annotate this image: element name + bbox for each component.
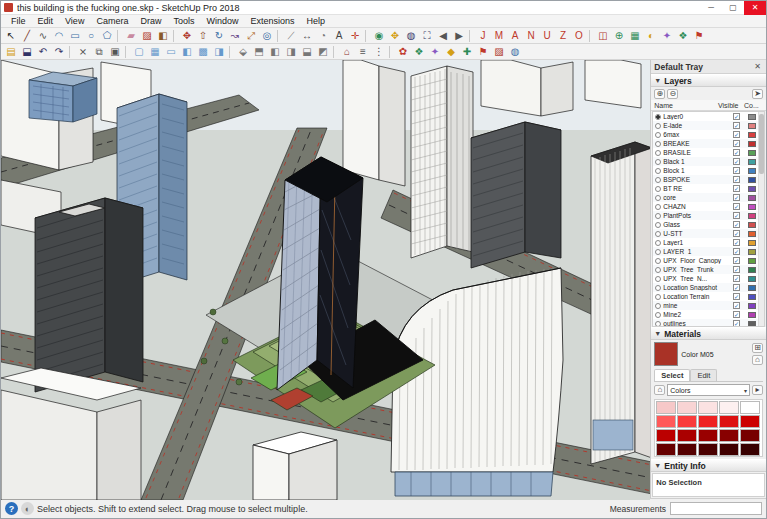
layer-row[interactable]: E-lade✓: [653, 121, 764, 130]
offset-tool-icon[interactable]: ◎: [260, 29, 275, 43]
layer-color-swatch[interactable]: [748, 159, 756, 165]
section-plane-icon[interactable]: ◫: [596, 29, 611, 43]
layer-visible-checkbox[interactable]: ✓: [733, 203, 740, 210]
layer-row[interactable]: Mine2✓: [653, 310, 764, 319]
building-ribbed-tower-right[interactable]: [591, 142, 650, 464]
layer-active-radio[interactable]: [655, 177, 661, 183]
layer-row[interactable]: UPX_Tree_Trunk✓: [653, 265, 764, 274]
maximize-button[interactable]: ▢: [722, 1, 744, 15]
layer-visible-checkbox[interactable]: ✓: [733, 266, 740, 273]
building-wireframe-tower[interactable]: [411, 66, 473, 258]
layer-active-radio[interactable]: [655, 168, 661, 174]
menu-help[interactable]: Help: [300, 16, 331, 26]
layer-active-radio[interactable]: [655, 249, 661, 255]
layer-row[interactable]: BRASILE✓: [653, 148, 764, 157]
layer-name[interactable]: BRASILE: [663, 149, 733, 156]
layer-name[interactable]: E-lade: [663, 122, 733, 129]
paste-icon[interactable]: ▣: [108, 45, 123, 59]
building-dark-tower-left[interactable]: [35, 198, 143, 392]
column-visible[interactable]: Visible: [718, 102, 744, 109]
layer-active-radio[interactable]: [655, 141, 661, 147]
material-swatch[interactable]: [740, 415, 760, 428]
layer-row[interactable]: Location Terrain✓: [653, 292, 764, 301]
extension-i-icon[interactable]: ⚑: [476, 45, 491, 59]
layer-active-radio[interactable]: [655, 231, 661, 237]
material-swatch[interactable]: [677, 401, 697, 414]
layer-active-radio[interactable]: [655, 213, 661, 219]
extension-h-icon[interactable]: ✚: [460, 45, 475, 59]
layer-row[interactable]: PlantPots✓: [653, 211, 764, 220]
layer-active-radio[interactable]: [655, 204, 661, 210]
material-swatch[interactable]: [719, 429, 739, 442]
pan-tool-icon[interactable]: ✥: [388, 29, 403, 43]
layer-active-radio[interactable]: [655, 150, 661, 156]
layer-color-swatch[interactable]: [748, 303, 756, 309]
add-location-icon[interactable]: ⊕: [612, 29, 627, 43]
layer-visible-checkbox[interactable]: ✓: [733, 311, 740, 318]
letter-N-plugin-icon[interactable]: N: [524, 29, 539, 43]
layer-row[interactable]: outlines✓: [653, 319, 764, 327]
add-layer-button[interactable]: ⊕: [654, 89, 665, 99]
menu-extensions[interactable]: Extensions: [244, 16, 300, 26]
help-question-icon[interactable]: ?: [5, 502, 18, 515]
redo-icon[interactable]: ↷: [52, 45, 67, 59]
layer-visible-checkbox[interactable]: ✓: [733, 248, 740, 255]
material-swatch[interactable]: [656, 401, 676, 414]
layer-name[interactable]: UPX_Floor_Canopy: [663, 257, 733, 264]
move-tool-icon[interactable]: ✥: [180, 29, 195, 43]
layer-name[interactable]: mine: [663, 302, 733, 309]
measurements-input[interactable]: [670, 502, 762, 515]
front-view-icon[interactable]: ◧: [268, 45, 283, 59]
layer-color-swatch[interactable]: [748, 231, 756, 237]
materials-section-header[interactable]: ▼ Materials: [651, 327, 766, 340]
minimize-button[interactable]: ─: [700, 1, 722, 15]
circle-tool-icon[interactable]: ○: [84, 29, 99, 43]
material-swatch[interactable]: [677, 429, 697, 442]
menu-draw[interactable]: Draw: [134, 16, 167, 26]
hidden-line-mode-icon[interactable]: ▭: [164, 45, 179, 59]
column-color[interactable]: Co...: [744, 102, 766, 109]
layer-active-radio[interactable]: [655, 159, 661, 165]
extension-e-icon[interactable]: ❖: [412, 45, 427, 59]
outliner-icon[interactable]: ⋮: [372, 45, 387, 59]
layer-active-radio[interactable]: [655, 285, 661, 291]
warehouse-icon[interactable]: ⌂: [340, 45, 355, 59]
extension-k-icon[interactable]: ◍: [508, 45, 523, 59]
layers-scrollbar[interactable]: [758, 112, 764, 326]
material-swatch[interactable]: [698, 401, 718, 414]
material-swatch[interactable]: [698, 415, 718, 428]
layer-row[interactable]: LAYER_1✓: [653, 247, 764, 256]
top-view-icon[interactable]: ⬒: [252, 45, 267, 59]
layer-name[interactable]: BT RE: [663, 185, 733, 192]
layer-active-radio[interactable]: [655, 123, 661, 129]
eraser-tool-icon[interactable]: ▰: [124, 29, 139, 43]
layers-detail-button[interactable]: ➤: [752, 89, 763, 99]
layer-name[interactable]: CHAZN: [663, 203, 733, 210]
layer-row[interactable]: BSPOKE✓: [653, 175, 764, 184]
dimension-tool-icon[interactable]: ↔: [300, 29, 315, 43]
building-white-tower-bottom[interactable]: [253, 432, 337, 500]
menu-window[interactable]: Window: [200, 16, 244, 26]
materials-detail-button[interactable]: ▸: [752, 385, 763, 395]
layer-color-swatch[interactable]: [748, 195, 756, 201]
layer-active-radio[interactable]: [655, 276, 661, 282]
layer-active-radio[interactable]: [655, 240, 661, 246]
layers-scrollbar-thumb[interactable]: [759, 114, 764, 174]
layer-active-radio[interactable]: [655, 294, 661, 300]
layer-name[interactable]: outlines: [663, 320, 733, 327]
materials-collection-dropdown[interactable]: Colors ▾: [667, 384, 750, 396]
rotate-tool-icon[interactable]: ↻: [212, 29, 227, 43]
layer-visible-checkbox[interactable]: ✓: [733, 149, 740, 156]
geolocation-status-icon[interactable]: ◐: [21, 502, 34, 515]
layer-row[interactable]: Location Snapshot✓: [653, 283, 764, 292]
axes-tool-icon[interactable]: ✛: [348, 29, 363, 43]
layer-active-radio[interactable]: [655, 258, 661, 264]
open-file-icon[interactable]: ▤: [4, 45, 19, 59]
layer-color-swatch[interactable]: [748, 168, 756, 174]
layer-color-swatch[interactable]: [748, 312, 756, 318]
material-swatch[interactable]: [677, 415, 697, 428]
polygon-tool-icon[interactable]: ⬠: [100, 29, 115, 43]
layer-visible-checkbox[interactable]: ✓: [733, 113, 740, 120]
layer-name[interactable]: Layer1: [663, 239, 733, 246]
layer-name[interactable]: Glass: [663, 221, 733, 228]
